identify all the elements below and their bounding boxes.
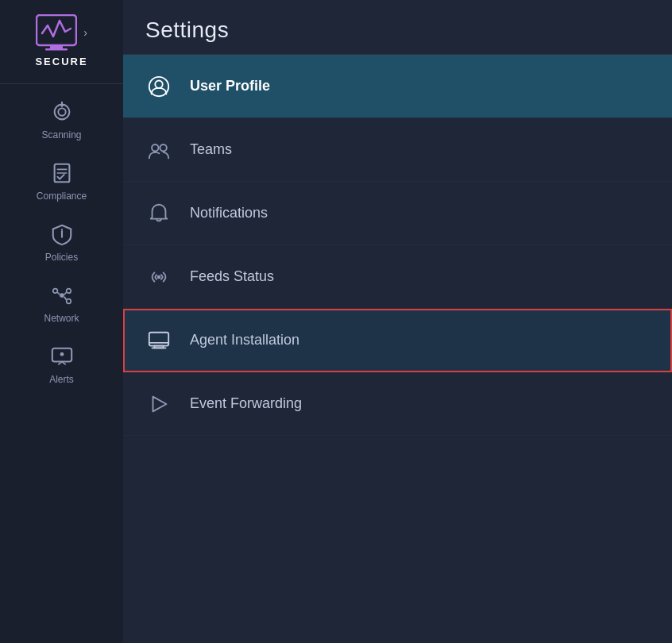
- settings-list: User Profile Teams: [123, 55, 672, 436]
- settings-item-feeds-status-label: Feeds Status: [190, 268, 274, 285]
- sidebar: › SECURE Scanning Compliance: [0, 0, 123, 643]
- sidebar-item-compliance[interactable]: Compliance: [0, 148, 123, 210]
- svg-point-11: [60, 229, 62, 230]
- svg-point-6: [60, 105, 63, 107]
- agent-installation-icon: [145, 327, 172, 354]
- svg-line-17: [64, 292, 66, 295]
- user-profile-icon: [145, 73, 172, 100]
- policies-icon: [48, 221, 75, 248]
- svg-line-18: [64, 297, 66, 300]
- svg-point-20: [60, 352, 64, 356]
- settings-item-notifications-label: Notifications: [190, 205, 268, 221]
- settings-item-user-profile-label: User Profile: [190, 78, 270, 94]
- svg-point-25: [152, 144, 158, 150]
- svg-line-16: [57, 292, 60, 295]
- alerts-icon: [48, 343, 75, 370]
- settings-item-event-forwarding-label: Event Forwarding: [190, 395, 302, 412]
- settings-item-teams[interactable]: Teams: [123, 118, 672, 182]
- app-logo[interactable]: › SECURE: [0, 0, 123, 80]
- sidebar-item-network-label: Network: [44, 313, 79, 324]
- sidebar-item-compliance-label: Compliance: [37, 191, 87, 202]
- teams-icon: [145, 137, 172, 164]
- sidebar-divider: [0, 83, 123, 84]
- sidebar-item-policies[interactable]: Policies: [0, 210, 123, 271]
- feeds-status-icon: [145, 264, 172, 291]
- app-name: SECURE: [35, 56, 87, 67]
- svg-point-12: [60, 293, 64, 298]
- svg-marker-32: [153, 396, 167, 411]
- svg-point-24: [155, 80, 162, 87]
- sidebar-item-scanning[interactable]: Scanning: [0, 87, 123, 148]
- scanning-icon: [48, 98, 75, 125]
- svg-point-13: [52, 289, 57, 294]
- settings-item-event-forwarding[interactable]: Event Forwarding: [123, 372, 672, 436]
- logo-icon: [36, 14, 77, 51]
- svg-point-26: [160, 144, 166, 150]
- settings-item-notifications[interactable]: Notifications: [123, 182, 672, 245]
- svg-point-4: [58, 108, 65, 115]
- logo-chevron: ›: [83, 26, 87, 39]
- sidebar-item-scanning-label: Scanning: [41, 129, 81, 141]
- sidebar-item-policies-label: Policies: [45, 252, 78, 263]
- svg-rect-2: [45, 48, 68, 51]
- settings-header: Settings: [123, 0, 672, 55]
- svg-point-15: [66, 299, 71, 304]
- settings-item-agent-installation[interactable]: Agent Installation: [123, 309, 672, 372]
- main-content: Settings User Profile: [123, 0, 672, 643]
- settings-item-agent-installation-label: Agent Installation: [190, 332, 299, 348]
- settings-item-feeds-status[interactable]: Feeds Status: [123, 245, 672, 309]
- settings-item-user-profile[interactable]: User Profile: [123, 55, 672, 118]
- svg-rect-28: [149, 332, 168, 345]
- page-title: Settings: [145, 17, 650, 43]
- svg-rect-1: [50, 45, 63, 48]
- settings-item-teams-label: Teams: [190, 141, 232, 158]
- compliance-icon: [48, 160, 75, 187]
- event-forwarding-icon: [145, 391, 172, 418]
- notifications-icon: [145, 200, 172, 227]
- svg-point-14: [66, 289, 71, 294]
- network-icon: [48, 282, 75, 309]
- svg-point-27: [157, 275, 161, 279]
- sidebar-item-alerts-label: Alerts: [49, 374, 74, 385]
- sidebar-item-alerts[interactable]: Alerts: [0, 332, 123, 393]
- sidebar-item-network[interactable]: Network: [0, 271, 123, 332]
